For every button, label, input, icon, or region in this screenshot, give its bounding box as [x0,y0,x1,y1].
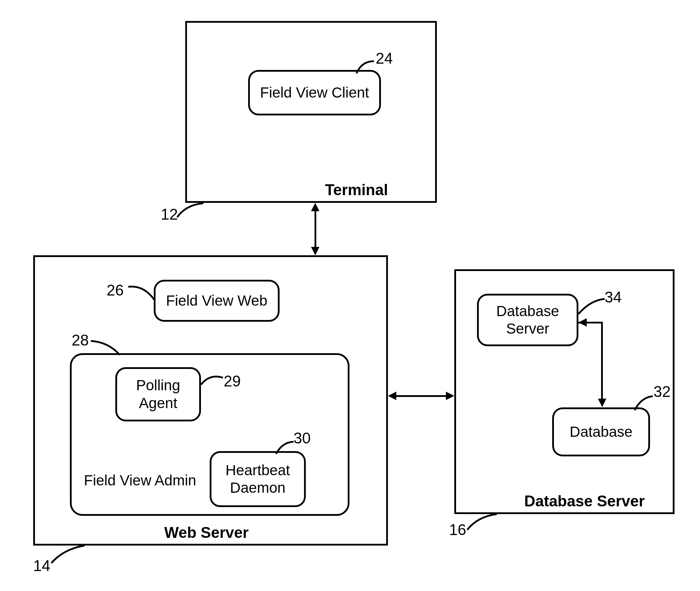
field-view-admin-label: Field View Admin [84,472,196,489]
leader-16 [466,512,500,533]
ref-24: 24 [376,50,393,67]
polling-agent-label: Polling Agent [136,377,180,412]
ref-30: 30 [294,429,311,447]
diagram-stage: Terminal Field View Client 24 12 Web Ser… [0,0,700,591]
database-label: Database [570,423,633,441]
ref-26: 26 [107,282,124,299]
arrow-dbsrv-db-head [598,399,606,407]
ref-14: 14 [33,557,50,575]
web-server-title: Web Server [164,524,248,541]
arrow-dbsrv-db-v [601,322,603,400]
ref-34: 34 [605,289,622,306]
ref-16: 16 [449,521,466,539]
arrow-web-db-line [393,395,449,397]
arrow-dbsrv-db-head-tail [578,318,587,327]
arrow-terminal-webserver-head-down [311,247,319,255]
terminal-title: Terminal [325,181,388,199]
leader-12 [175,201,205,221]
database-server-comp-box: Database Server [477,294,578,346]
ref-28: 28 [72,332,89,349]
leader-14 [50,544,88,565]
field-view-web-box: Field View Web [154,280,280,322]
field-view-web-label: Field View Web [166,292,267,309]
heartbeat-daemon-label: Heartbeat Daemon [225,462,290,497]
arrow-web-db-head-right [446,392,454,400]
ref-29: 29 [224,372,241,390]
database-server-comp-label: Database Server [496,302,559,338]
database-box: Database [552,407,650,456]
arrow-terminal-webserver-line [315,208,316,250]
polling-agent-box: Polling Agent [115,367,201,421]
arrow-web-db-head-left [388,392,396,400]
arrow-terminal-webserver-head-up [311,203,319,211]
ref-32: 32 [654,383,671,400]
database-server-title: Database Server [524,492,645,510]
field-view-client-box: Field View Client [248,70,381,115]
field-view-client-label: Field View Client [260,84,369,101]
ref-12: 12 [161,206,178,223]
heartbeat-daemon-box: Heartbeat Daemon [210,451,306,507]
